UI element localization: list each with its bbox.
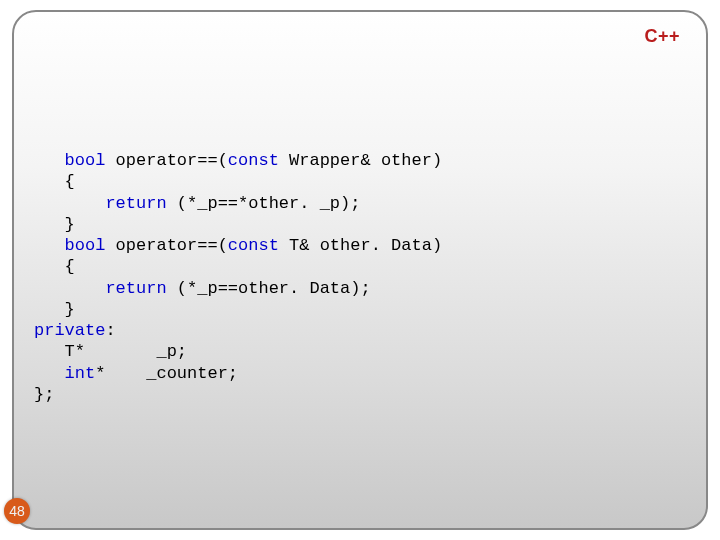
code-line-3: return (*_p==*other. _p);: [34, 194, 360, 213]
code-line-5: bool operator==(const T& other. Data): [34, 236, 442, 255]
code-text: {: [65, 172, 75, 191]
page-number: 48: [9, 503, 25, 519]
code-text: {: [65, 257, 75, 276]
indent: [34, 300, 65, 319]
indent: [34, 257, 65, 276]
slide-frame: C++ bool operator==(const Wrapper& other…: [12, 10, 708, 530]
keyword-return: return: [105, 279, 166, 298]
indent: [34, 172, 65, 191]
keyword-bool: bool: [65, 151, 106, 170]
indent: [34, 151, 65, 170]
code-line-12: };: [34, 385, 54, 404]
keyword-const: const: [228, 236, 279, 255]
code-line-9: private:: [34, 321, 116, 340]
keyword-int: int: [65, 364, 96, 383]
code-text: (*_p==*other. _p);: [167, 194, 361, 213]
indent: [34, 364, 65, 383]
keyword-bool: bool: [65, 236, 106, 255]
code-text: }: [65, 215, 75, 234]
code-text: :: [105, 321, 115, 340]
code-line-2: {: [34, 172, 75, 191]
code-text: * _counter;: [95, 364, 238, 383]
indent: [34, 215, 65, 234]
code-line-8: }: [34, 300, 75, 319]
code-text: }: [65, 300, 75, 319]
code-text: };: [34, 385, 54, 404]
keyword-const: const: [228, 151, 279, 170]
code-line-6: {: [34, 257, 75, 276]
code-line-10: T* _p;: [34, 342, 187, 361]
code-block: bool operator==(const Wrapper& other) { …: [34, 150, 686, 405]
keyword-private: private: [34, 321, 105, 340]
code-text: operator==(: [105, 151, 227, 170]
code-line-4: }: [34, 215, 75, 234]
page-number-badge: 48: [4, 498, 30, 524]
code-text: (*_p==other. Data);: [167, 279, 371, 298]
code-text: T& other. Data): [279, 236, 442, 255]
code-text: Wrapper& other): [279, 151, 442, 170]
keyword-return: return: [105, 194, 166, 213]
language-badge: C++: [644, 26, 680, 47]
indent: [34, 194, 105, 213]
code-line-11: int* _counter;: [34, 364, 238, 383]
indent: [34, 279, 105, 298]
code-text: T* _p;: [65, 342, 187, 361]
code-line-1: bool operator==(const Wrapper& other): [34, 151, 442, 170]
slide: C++ bool operator==(const Wrapper& other…: [0, 0, 720, 540]
code-line-7: return (*_p==other. Data);: [34, 279, 371, 298]
indent: [34, 342, 65, 361]
indent: [34, 236, 65, 255]
code-text: operator==(: [105, 236, 227, 255]
